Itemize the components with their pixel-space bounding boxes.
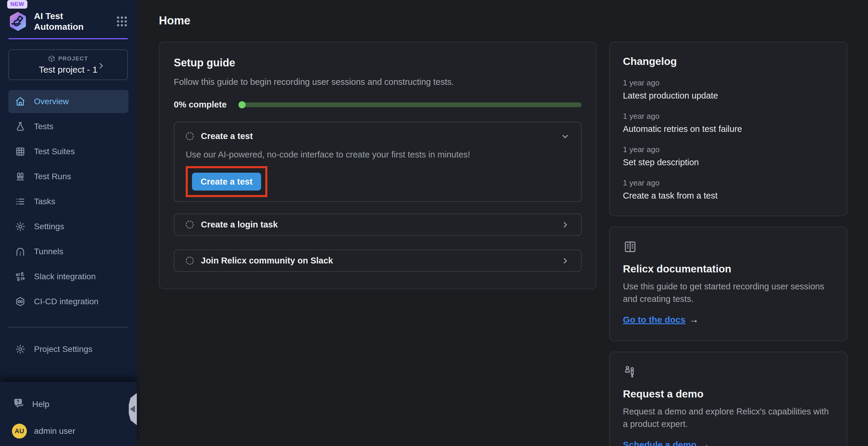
arrow-right-icon: → xyxy=(700,439,709,446)
sidebar-item-label: CI-CD integration xyxy=(34,297,98,306)
chevron-right-icon xyxy=(561,220,569,229)
sidebar-item-overview[interactable]: Overview xyxy=(8,90,128,113)
sidebar-item-cicd-integration[interactable]: CI-CD integration xyxy=(8,290,128,313)
tunnel-icon xyxy=(14,246,26,257)
go-to-docs-link[interactable]: Go to the docs xyxy=(623,315,686,325)
slack-icon xyxy=(14,271,26,282)
task-list-icon xyxy=(14,196,26,207)
sidebar-item-tasks[interactable]: Tasks xyxy=(8,190,128,213)
step-title: Join Relicx community on Slack xyxy=(201,256,333,266)
sidebar-divider xyxy=(8,327,128,328)
project-name: Test project - 1 xyxy=(39,65,97,75)
setup-guide-description: Follow this guide to begin recording use… xyxy=(174,77,582,87)
sidebar-item-label: Tasks xyxy=(34,197,56,206)
relicx-logo-icon xyxy=(8,11,27,32)
progress-label: 0% complete xyxy=(174,100,226,110)
changelog-time: 1 year ago xyxy=(623,78,834,88)
gear-icon xyxy=(14,344,26,354)
changelog-title: Changelog xyxy=(623,56,834,67)
right-column: Changelog 1 year ago Latest production u… xyxy=(609,42,847,446)
gear-icon xyxy=(14,221,26,232)
avatar: AU xyxy=(12,424,27,439)
setup-step-create-login-task[interactable]: Create a login task xyxy=(174,213,582,236)
sidebar-item-label: Settings xyxy=(34,222,64,231)
sidebar-item-label: Tunnels xyxy=(34,247,63,256)
sidebar-item-label: Tests xyxy=(34,122,53,131)
step-description: Use our AI-powered, no-code interface to… xyxy=(186,150,569,160)
sidebar-footer: ? Help AU admin user xyxy=(0,382,137,446)
changelog-card: Changelog 1 year ago Latest production u… xyxy=(609,42,847,216)
setup-step-create-a-test: Create a test Use our AI-powered, no-cod… xyxy=(174,122,582,202)
changelog-entry-title: Create a task from a test xyxy=(623,191,834,201)
user-name: admin user xyxy=(34,426,75,436)
help-chat-icon: ? xyxy=(13,397,25,411)
sidebar-item-test-runs[interactable]: Test Runs xyxy=(8,165,128,188)
sidebar-item-label: Overview xyxy=(34,97,69,106)
changelog-time: 1 year ago xyxy=(623,112,834,121)
help-button[interactable]: ? Help xyxy=(0,397,137,411)
incomplete-step-icon xyxy=(186,220,194,229)
setup-progress: 0% complete xyxy=(174,100,582,110)
setup-step-join-slack[interactable]: Join Relicx community on Slack xyxy=(174,249,582,272)
people-icon xyxy=(623,375,637,380)
chevron-right-icon xyxy=(97,62,105,70)
project-label: PROJECT xyxy=(58,56,88,62)
chevron-down-icon[interactable] xyxy=(561,132,569,141)
app-root: NEW AI Test Automation xyxy=(0,0,868,446)
sidebar-item-label: Slack integration xyxy=(34,272,96,281)
new-badge: NEW xyxy=(7,0,27,9)
sidebar-item-slack-integration[interactable]: Slack integration xyxy=(8,265,128,288)
cicd-hexagon-icon xyxy=(14,296,26,307)
sidebar-item-project-settings[interactable]: Project Settings xyxy=(8,338,128,361)
step-header[interactable]: Create a test xyxy=(186,131,569,141)
sidebar-item-label: Test Suites xyxy=(34,147,75,156)
user-menu[interactable]: AU admin user xyxy=(0,424,137,439)
create-a-test-button[interactable]: Create a test xyxy=(192,173,261,191)
setup-guide-title: Setup guide xyxy=(174,57,582,69)
step-title: Create a login task xyxy=(201,220,278,230)
arrow-right-icon: → xyxy=(689,314,699,325)
collapse-arrow-icon xyxy=(130,406,135,413)
schedule-demo-link[interactable]: Schedule a demo xyxy=(623,440,696,446)
cube-icon xyxy=(48,55,55,62)
documentation-book-icon xyxy=(623,250,637,255)
sidebar: NEW AI Test Automation xyxy=(0,0,137,446)
request-demo-description: Request a demo and explore Relicx's capa… xyxy=(623,405,834,430)
page-title: Home xyxy=(159,14,847,27)
incomplete-step-icon xyxy=(186,256,194,265)
app-launcher-icon[interactable] xyxy=(115,15,128,28)
request-demo-title: Request a demo xyxy=(623,388,834,400)
changelog-entry-title: Latest production update xyxy=(623,91,834,101)
sidebar-item-label: Test Runs xyxy=(34,172,71,181)
sidebar-item-label: Project Settings xyxy=(34,344,92,354)
changelog-entry: 1 year ago Automatic retries on test fai… xyxy=(623,112,834,134)
documentation-description: Use this guide to get started recording … xyxy=(623,280,834,305)
documentation-title: Relicx documentation xyxy=(623,263,834,275)
changelog-entry-title: Set step description xyxy=(623,158,834,167)
svg-text:?: ? xyxy=(17,399,20,404)
sidebar-nav: Overview Tests Test Suites Test Runs xyxy=(8,90,128,313)
changelog-entry-title: Automatic retries on test failure xyxy=(623,124,834,134)
sidebar-item-test-suites[interactable]: Test Suites xyxy=(8,140,128,163)
changelog-entry: 1 year ago Latest production update xyxy=(623,78,834,101)
progress-bar xyxy=(239,102,581,107)
main-content: Home Setup guide Follow this guide to be… xyxy=(137,0,868,446)
app-title: AI Test Automation xyxy=(34,11,97,32)
chevron-right-icon xyxy=(561,256,569,265)
sidebar-item-tunnels[interactable]: Tunnels xyxy=(8,240,128,263)
changelog-entry: 1 year ago Create a task from a test xyxy=(623,178,834,201)
home-icon xyxy=(14,96,26,107)
progress-knob xyxy=(239,101,246,108)
sidebar-item-tests[interactable]: Tests xyxy=(8,115,128,138)
documentation-card: Relicx documentation Use this guide to g… xyxy=(609,227,847,341)
step-title: Create a test xyxy=(201,131,253,141)
changelog-time: 1 year ago xyxy=(623,178,834,187)
setup-guide-card: Setup guide Follow this guide to begin r… xyxy=(159,42,596,289)
annotation-highlight-box: Create a test xyxy=(186,166,268,197)
sidebar-item-settings[interactable]: Settings xyxy=(8,215,128,238)
test-runs-icon xyxy=(14,171,26,182)
brand-underline xyxy=(8,38,128,39)
table-grid-icon xyxy=(14,146,26,157)
request-demo-card: Request a demo Request a demo and explor… xyxy=(609,352,847,446)
project-selector[interactable]: PROJECT Test project - 1 xyxy=(8,49,128,80)
